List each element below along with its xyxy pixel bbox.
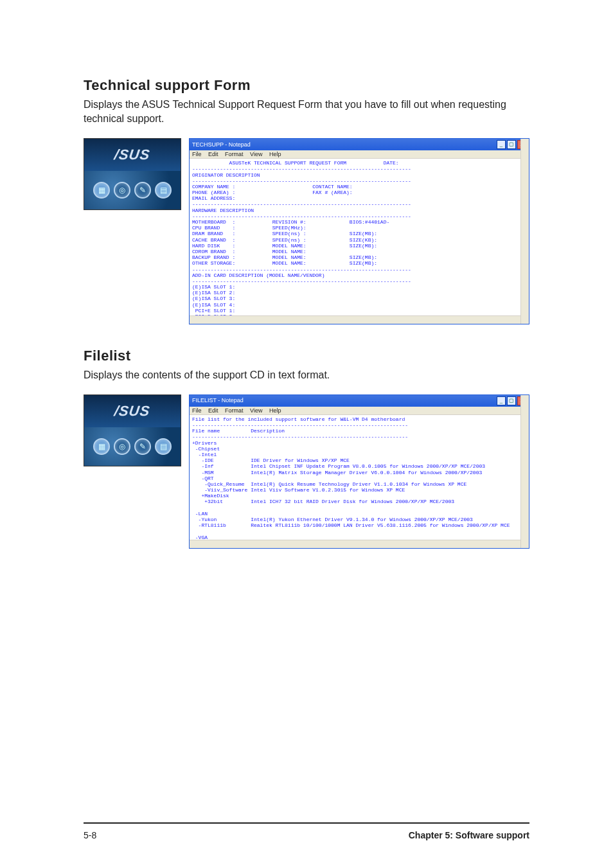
target-icon: ◎ — [114, 182, 130, 199]
wrench-icon: ✎ — [134, 182, 151, 199]
asus-logo-text: /SUS — [113, 146, 151, 163]
doc-icon: ▤ — [155, 182, 172, 199]
asus-logo-text: /SUS — [113, 403, 151, 420]
filelist-screenshot-row: /SUS ▦ ◎ ✎ ▤ FILELIST - Notepad _ ▢ X Fi… — [84, 394, 529, 549]
notepad-statusbar — [190, 540, 529, 548]
menu-format[interactable]: Format — [225, 407, 244, 414]
filelist-text[interactable]: File list for the included support softw… — [190, 415, 529, 540]
tech-lead: Displays the ASUS Technical Support Requ… — [84, 98, 529, 127]
menu-help[interactable]: Help — [269, 151, 281, 157]
doc-icon: ▤ — [155, 438, 172, 455]
menu-edit[interactable]: Edit — [208, 407, 218, 414]
tech-title: Technical support Form — [84, 77, 529, 94]
menu-file[interactable]: File — [192, 407, 202, 414]
filelist-lead: Displays the contents of the support CD … — [84, 368, 529, 382]
grid-icon: ▦ — [93, 182, 110, 199]
notepad-title-text: TECHSUPP - Notepad — [192, 141, 251, 148]
menu-format[interactable]: Format — [225, 151, 244, 157]
minimize-button[interactable]: _ — [497, 140, 506, 149]
notepad-statusbar — [190, 315, 529, 324]
chapter-label: Chapter 5: Software support — [409, 830, 529, 840]
wrench-icon: ✎ — [134, 438, 151, 455]
menu-edit[interactable]: Edit — [208, 151, 218, 157]
grid-icon: ▦ — [93, 438, 110, 455]
notepad-menubar[interactable]: File Edit Format View Help — [190, 407, 529, 415]
notepad-titlebar: TECHSUPP - Notepad _ ▢ X — [190, 139, 529, 150]
page-number: 5-8 — [84, 830, 96, 840]
asus-menu-thumb: /SUS ▦ ◎ ✎ ▤ — [84, 138, 181, 210]
maximize-button[interactable]: ▢ — [507, 396, 516, 405]
menu-view[interactable]: View — [250, 151, 262, 157]
menu-file[interactable]: File — [192, 151, 202, 157]
tech-screenshot-row: /SUS ▦ ◎ ✎ ▤ TECHSUPP - Notepad _ ▢ X Fi… — [84, 138, 529, 324]
filelist-title: Filelist — [84, 348, 529, 364]
menu-view[interactable]: View — [250, 407, 262, 414]
notepad-menubar[interactable]: File Edit Format View Help — [190, 150, 529, 159]
techsupp-notepad-window: TECHSUPP - Notepad _ ▢ X File Edit Forma… — [189, 138, 529, 324]
notepad-title-text: FILELIST - Notepad — [192, 397, 244, 403]
menu-help[interactable]: Help — [269, 407, 281, 414]
target-icon: ◎ — [114, 438, 130, 455]
asus-menu-thumb: /SUS ▦ ◎ ✎ ▤ — [84, 394, 181, 466]
maximize-button[interactable]: ▢ — [507, 140, 516, 149]
close-button[interactable]: X — [517, 396, 526, 405]
notepad-titlebar: FILELIST - Notepad _ ▢ X — [190, 395, 529, 407]
techsupp-text[interactable]: ASUSTeK TECHNICAL SUPPORT REQUEST FORM D… — [190, 159, 529, 315]
close-button[interactable]: X — [517, 140, 526, 149]
minimize-button[interactable]: _ — [497, 396, 506, 405]
filelist-notepad-window: FILELIST - Notepad _ ▢ X File Edit Forma… — [189, 394, 529, 549]
